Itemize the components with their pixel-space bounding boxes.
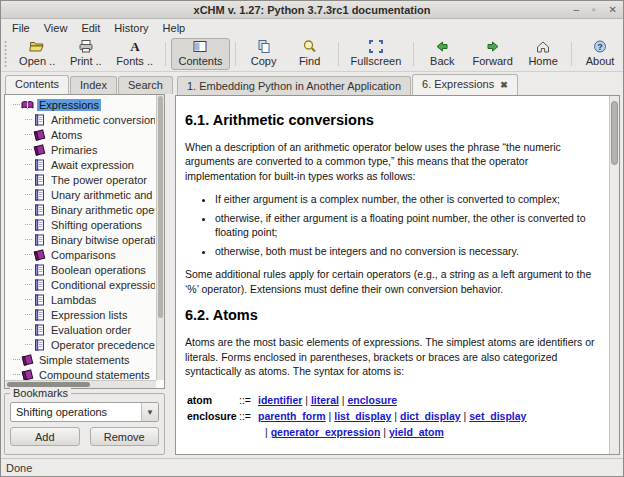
tree-item[interactable]: Atoms xyxy=(7,127,155,142)
tree-item[interactable]: Boolean operations xyxy=(7,262,155,277)
grammar-link[interactable]: identifier xyxy=(258,394,302,406)
grammar-op: ::= xyxy=(239,410,251,422)
tree-item-label: Unary arithmetic and bitwise operations xyxy=(49,189,155,201)
toolbar-button-label: Fullscreen xyxy=(351,55,402,67)
toolbar-grip[interactable] xyxy=(3,41,8,67)
tree-guide-line xyxy=(25,119,32,120)
tree-item[interactable]: The power operator xyxy=(7,172,155,187)
toolbar-button-label: Open .. xyxy=(19,55,55,67)
grammar-link[interactable]: yield_atom xyxy=(389,426,444,438)
tree-item-label: Atoms xyxy=(49,129,84,141)
tree-guide-line xyxy=(25,299,32,300)
bullet-item: If either argument is a complex number, … xyxy=(215,192,597,206)
tree-guide-line xyxy=(13,104,20,105)
tab-index[interactable]: Index xyxy=(70,76,117,94)
tree-item[interactable]: Await expression xyxy=(7,157,155,172)
tree-item[interactable]: Comparisons xyxy=(7,247,155,262)
menu-edit[interactable]: Edit xyxy=(74,21,107,35)
chevron-down-icon[interactable]: ▼ xyxy=(141,403,158,421)
paragraph: Some additional rules apply for certain … xyxy=(185,267,597,296)
tree-item-label: Arithmetic conversions xyxy=(49,114,155,126)
menu-history[interactable]: History xyxy=(107,21,155,35)
tab-search[interactable]: Search xyxy=(118,76,173,94)
tree-item[interactable]: Conditional expressions xyxy=(7,277,155,292)
close-button[interactable]: ✕ xyxy=(609,5,617,15)
tree-item[interactable]: Compound statements xyxy=(7,367,155,380)
toolbar-button-copy[interactable]: Copy xyxy=(241,38,287,70)
toolbar-button-fullscreen[interactable]: Fullscreen xyxy=(344,38,409,70)
grammar-block: atom::=identifier | literal | enclosuree… xyxy=(187,392,597,441)
page-icon xyxy=(33,309,46,321)
document-tab[interactable]: 6. Expressions✖ xyxy=(412,74,518,95)
toolbar-button-home[interactable]: Home xyxy=(520,38,566,70)
grammar-link[interactable]: enclosure xyxy=(347,394,397,406)
paragraph: Atoms are the most basic elements of exp… xyxy=(185,335,597,378)
toolbar-button-print[interactable]: Print .. xyxy=(62,38,109,70)
grammar-link[interactable]: list_display xyxy=(334,410,391,422)
bookmark-add-button[interactable]: Add xyxy=(10,427,80,446)
grammar-link[interactable]: dict_display xyxy=(400,410,461,422)
toolbar-button-label: Fonts .. xyxy=(116,55,153,67)
tab-contents[interactable]: Contents xyxy=(5,75,69,94)
book-icon xyxy=(33,249,46,261)
tree-item[interactable]: Unary arithmetic and bitwise operations xyxy=(7,187,155,202)
bookmark-remove-button[interactable]: Remove xyxy=(90,427,160,446)
tree-vscroll-thumb[interactable] xyxy=(158,96,163,318)
forward-arrow-icon xyxy=(485,39,501,54)
document-scroll-thumb[interactable] xyxy=(611,101,618,165)
menu-file[interactable]: File xyxy=(5,21,37,35)
tree-item[interactable]: Primaries xyxy=(7,142,155,157)
window-controls: – ▫ ✕ xyxy=(574,1,618,18)
tree-item[interactable]: Evaluation order xyxy=(7,322,155,337)
grammar-head: atom xyxy=(187,392,239,408)
tree-item-label: Binary arithmetic operations xyxy=(49,204,155,216)
bullet-list: If either argument is a complex number, … xyxy=(185,192,597,258)
sidebar-splitter[interactable] xyxy=(168,72,175,458)
window-title: xCHM v. 1.27: Python 3.7.3rc1 documentat… xyxy=(1,4,623,16)
menu-view[interactable]: View xyxy=(37,21,75,35)
toolbar-button-forward[interactable]: Forward xyxy=(465,38,520,70)
maximize-button[interactable]: ▫ xyxy=(592,5,596,15)
tree-item[interactable]: Binary bitwise operations xyxy=(7,232,155,247)
book-open-icon xyxy=(21,99,34,111)
grammar-link[interactable]: literal xyxy=(311,394,339,406)
grammar-link[interactable]: generator_expression xyxy=(271,426,381,438)
tree-item[interactable]: Simple statements xyxy=(7,352,155,367)
tree-item[interactable]: Binary arithmetic operations xyxy=(7,202,155,217)
minimize-button[interactable]: – xyxy=(574,5,580,15)
page-icon xyxy=(33,264,46,276)
title-bar[interactable]: xCHM v. 1.27: Python 3.7.3rc1 documentat… xyxy=(1,1,623,19)
toolbar-button-contents[interactable]: Contents xyxy=(171,38,229,70)
tree-item[interactable]: Expressions xyxy=(7,97,155,112)
document-scrollbar[interactable] xyxy=(609,96,619,454)
menu-help[interactable]: Help xyxy=(156,21,193,35)
toolbar-button-label: Home xyxy=(528,55,557,67)
toolbar-button-fonts[interactable]: AFonts .. xyxy=(109,38,160,70)
tree-guide-line xyxy=(25,149,32,150)
grammar-head: enclosure xyxy=(187,408,239,424)
tree-guide-line xyxy=(25,284,32,285)
toolbar-button-about[interactable]: ?About xyxy=(577,38,623,70)
toolbar-separator xyxy=(571,42,572,66)
tree-item-label: Compound statements xyxy=(37,369,152,381)
toolbar-button-open[interactable]: Open .. xyxy=(12,38,63,70)
tree-item[interactable]: Expression lists xyxy=(7,307,155,322)
tree-item[interactable]: Operator precedence xyxy=(7,337,155,352)
tree-item-label: Simple statements xyxy=(37,354,131,366)
document-tab-label: 1. Embedding Python in Another Applicati… xyxy=(187,80,401,92)
tree-item-label: Comparisons xyxy=(49,249,118,261)
document-tab[interactable]: 1. Embedding Python in Another Applicati… xyxy=(177,76,411,95)
tree-scrollbar-vertical[interactable] xyxy=(156,95,164,380)
tree-item-label: Boolean operations xyxy=(49,264,148,276)
tree-item-label: Expressions xyxy=(37,99,101,111)
toolbar-button-find[interactable]: Find xyxy=(287,38,333,70)
grammar-link[interactable]: set_display xyxy=(469,410,526,422)
toolbar-button-back[interactable]: Back xyxy=(419,38,465,70)
tree-item[interactable]: Lambdas xyxy=(7,292,155,307)
tab-close-icon[interactable]: ✖ xyxy=(500,80,508,90)
tree-item[interactable]: Shifting operations xyxy=(7,217,155,232)
contents-tree: ExpressionsArithmetic conversionsAtomsPr… xyxy=(7,97,155,380)
tree-item[interactable]: Arithmetic conversions xyxy=(7,112,155,127)
grammar-link[interactable]: parenth_form xyxy=(258,410,326,422)
bookmark-combobox[interactable]: Shifting operations ▼ xyxy=(10,402,159,422)
